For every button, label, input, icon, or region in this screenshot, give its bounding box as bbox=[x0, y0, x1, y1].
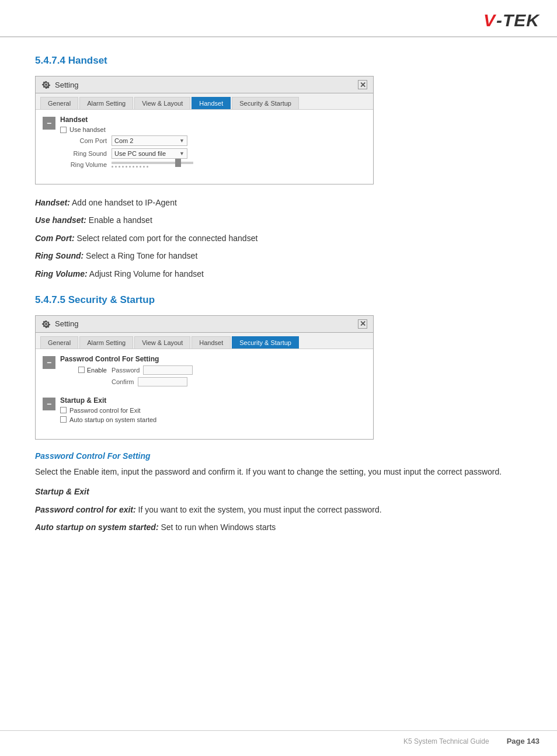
slider-dot bbox=[136, 166, 138, 168]
page-footer: K5 System Technical Guide Page 143 bbox=[0, 730, 557, 745]
ring-sound-label: Ring Sound bbox=[60, 150, 107, 157]
startup-exit-section-row: − Startup & Exit Passwrod control for Ex… bbox=[43, 396, 366, 426]
security-dialog-tabs: General Alarm Setting View & Layout Hand… bbox=[36, 333, 373, 349]
slider-dot bbox=[140, 166, 141, 168]
handset-collapse-btn[interactable]: − bbox=[43, 117, 55, 130]
ring-volume-field: Ring Volume bbox=[60, 161, 366, 168]
password-control-desc: Select the Enable item, input the passwo… bbox=[35, 465, 522, 478]
password-exit-row: Passwrod control for Exit bbox=[60, 407, 366, 414]
auto-startup-checkbox[interactable] bbox=[60, 416, 67, 423]
ring-sound-select[interactable]: Use PC sound file ▼ bbox=[112, 148, 187, 159]
section-security-title: 5.4.7.5 Security & Startup bbox=[35, 294, 522, 306]
enable-checkbox[interactable] bbox=[78, 367, 85, 373]
ring-volume-label: Ring Volume bbox=[60, 161, 107, 168]
security-dialog-titlebar: Setting ✕ bbox=[36, 316, 373, 333]
confirm-row: Confirm bbox=[60, 377, 366, 386]
slider-dot bbox=[129, 166, 131, 168]
sec-tab-handset[interactable]: Handset bbox=[192, 336, 231, 349]
enable-checkbox-wrapper: Enable bbox=[60, 367, 107, 374]
gear-icon-2 bbox=[41, 319, 51, 329]
security-close-icon[interactable]: ✕ bbox=[358, 319, 367, 329]
com-port-arrow: ▼ bbox=[179, 138, 184, 144]
startup-exit-heading: Startup & Exit bbox=[35, 485, 522, 498]
sec-tab-view-layout[interactable]: View & Layout bbox=[134, 336, 190, 349]
security-dialog: Setting ✕ General Alarm Setting View & L… bbox=[35, 315, 374, 440]
sec-tab-general[interactable]: General bbox=[40, 336, 78, 349]
handset-desc-4: Ring Sound: Select a Ring Tone for hands… bbox=[35, 249, 522, 262]
sec-tab-alarm-setting[interactable]: Alarm Setting bbox=[79, 336, 133, 349]
tab-alarm-setting[interactable]: Alarm Setting bbox=[79, 97, 133, 109]
handset-desc-3-text: Com Port: Select related com port for th… bbox=[35, 234, 257, 243]
handset-section-row: − Handset Use handset Com Port Com 2 ▼ bbox=[43, 116, 366, 171]
ring-sound-value: Use PC sound file bbox=[114, 150, 166, 157]
com-port-select[interactable]: Com 2 ▼ bbox=[112, 135, 187, 146]
ring-sound-arrow: ▼ bbox=[179, 151, 184, 156]
handset-desc-4-text: Ring Sound: Select a Ring Tone for hands… bbox=[35, 251, 197, 260]
password-input[interactable] bbox=[143, 365, 193, 375]
logo: V-TEK bbox=[483, 11, 539, 30]
close-icon[interactable]: ✕ bbox=[358, 80, 367, 89]
confirm-label: Confirm bbox=[112, 378, 134, 385]
password-control-heading-text: Password Control For Setting bbox=[35, 451, 151, 461]
handset-desc-5-text: Ring Volume: Adjust Ring Volume for hand… bbox=[35, 269, 204, 278]
auto-startup-desc-text: Auto startup on system started: Set to r… bbox=[35, 522, 276, 532]
startup-section-content: Startup & Exit Passwrod control for Exit… bbox=[60, 396, 366, 426]
use-handset-checkbox[interactable] bbox=[60, 127, 67, 133]
handset-desc-3: Com Port: Select related com port for th… bbox=[35, 232, 522, 245]
password-exit-label: Passwrod control for Exit bbox=[69, 407, 141, 414]
handset-desc-2: Use handset: Enable a handset bbox=[35, 214, 522, 227]
password-exit-checkbox[interactable] bbox=[60, 407, 67, 413]
password-section-label: Passwrod Control For Setting bbox=[60, 355, 366, 363]
slider-dot bbox=[112, 166, 113, 168]
com-port-label: Com Port bbox=[60, 137, 107, 144]
handset-dialog-body: − Handset Use handset Com Port Com 2 ▼ bbox=[36, 110, 373, 184]
handset-desc-1-text: Handset: Add one handset to IP-Agent bbox=[35, 198, 177, 207]
handset-desc-2-text: Use handset: Enable a handset bbox=[35, 215, 152, 225]
section-handset-title: 5.4.7.4 Handset bbox=[35, 55, 522, 67]
slider-dot bbox=[133, 166, 134, 168]
com-port-field: Com Port Com 2 ▼ bbox=[60, 135, 366, 146]
slider-dot bbox=[119, 166, 120, 168]
use-handset-row: Use handset bbox=[60, 126, 366, 133]
tab-handset[interactable]: Handset bbox=[192, 97, 231, 109]
password-section-content: Passwrod Control For Setting Enable Pass… bbox=[60, 355, 366, 389]
auto-startup-label: Auto startup on system started bbox=[69, 416, 156, 423]
handset-desc-1: Handset: Add one handset to IP-Agent bbox=[35, 196, 522, 209]
auto-startup-row: Auto startup on system started bbox=[60, 416, 366, 423]
password-control-desc-text: Select the Enable item, input the passwo… bbox=[35, 467, 502, 476]
password-exit-desc: Password control for exit: If you want t… bbox=[35, 503, 522, 516]
tab-general[interactable]: General bbox=[40, 97, 78, 109]
dialog-title: Setting bbox=[55, 81, 78, 89]
section-security: 5.4.7.5 Security & Startup Setting ✕ Gen… bbox=[35, 294, 522, 534]
handset-dialog: Setting ✕ General Alarm Setting View & L… bbox=[35, 76, 374, 184]
handset-dialog-title-left: Setting bbox=[41, 80, 78, 89]
security-dialog-title-left: Setting bbox=[41, 319, 78, 329]
ring-sound-field: Ring Sound Use PC sound file ▼ bbox=[60, 148, 366, 159]
enable-row: Enable Password bbox=[60, 365, 366, 375]
auto-startup-desc: Auto startup on system started: Set to r… bbox=[35, 521, 522, 534]
slider-dot bbox=[122, 166, 124, 168]
handset-desc-5: Ring Volume: Adjust Ring Volume for hand… bbox=[35, 267, 522, 280]
startup-label: Startup & Exit bbox=[60, 396, 366, 405]
sec-tab-security[interactable]: Security & Startup bbox=[232, 336, 299, 349]
password-control-heading: Password Control For Setting bbox=[35, 451, 522, 461]
handset-label: Handset bbox=[60, 116, 366, 124]
handset-dialog-titlebar: Setting ✕ bbox=[36, 76, 373, 93]
startup-collapse-btn[interactable]: − bbox=[43, 398, 55, 410]
tab-security-startup[interactable]: Security & Startup bbox=[232, 97, 299, 109]
slider-dot bbox=[126, 166, 127, 168]
startup-exit-heading-text: Startup & Exit bbox=[35, 487, 89, 496]
footer-guide: K5 System Technical Guide bbox=[403, 737, 489, 745]
confirm-input[interactable] bbox=[138, 377, 187, 386]
password-label: Password bbox=[112, 367, 140, 374]
ring-volume-slider[interactable] bbox=[112, 162, 193, 168]
password-collapse-btn[interactable]: − bbox=[43, 356, 55, 369]
slider-dot bbox=[143, 166, 145, 168]
com-port-value: Com 2 bbox=[114, 137, 133, 144]
tab-view-layout[interactable]: View & Layout bbox=[134, 97, 190, 109]
enable-label: Enable bbox=[87, 367, 107, 374]
page-header: V-TEK bbox=[0, 0, 557, 37]
handset-section-content: Handset Use handset Com Port Com 2 ▼ bbox=[60, 116, 366, 171]
gear-icon bbox=[41, 80, 51, 89]
section-handset: 5.4.7.4 Handset Setting ✕ General Alarm … bbox=[35, 55, 522, 280]
